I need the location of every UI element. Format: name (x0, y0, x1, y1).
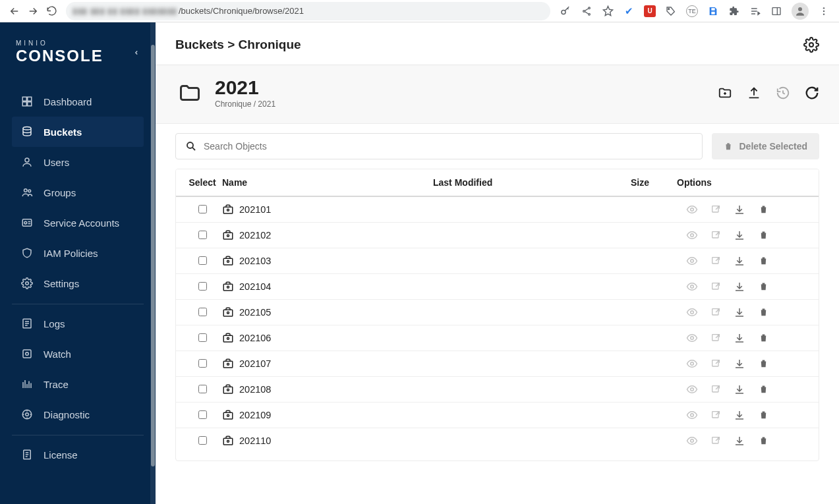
table-row[interactable]: 202103 (176, 248, 819, 274)
delete-row-icon[interactable] (757, 306, 769, 318)
svg-rect-57 (223, 387, 233, 393)
table-row[interactable]: 202104 (176, 274, 819, 300)
table-row[interactable]: 202106 (176, 325, 819, 351)
download-icon[interactable] (734, 281, 745, 293)
table-row[interactable]: 202109 (176, 403, 819, 428)
sidebar-scrollbar-thumb[interactable] (151, 45, 155, 466)
row-checkbox[interactable] (198, 359, 207, 368)
refresh-button[interactable] (805, 86, 819, 100)
delete-row-icon[interactable] (757, 281, 769, 293)
row-checkbox[interactable] (198, 205, 207, 213)
key-icon[interactable] (560, 5, 571, 17)
svg-point-28 (187, 142, 193, 148)
table-row[interactable]: 202101 (176, 197, 819, 223)
download-icon[interactable] (734, 229, 745, 241)
sidebar-item-watch[interactable]: Watch (12, 339, 144, 369)
row-name-cell[interactable]: 202108 (222, 383, 433, 395)
row-checkbox[interactable] (198, 308, 207, 316)
breadcrumb[interactable]: Buckets > Chronique (175, 38, 301, 52)
delete-row-icon[interactable] (757, 332, 769, 344)
sidebar-item-license[interactable]: License (12, 439, 144, 470)
table-row[interactable]: 202105 (176, 300, 819, 325)
search-objects-box[interactable] (175, 133, 703, 159)
delete-row-icon[interactable] (757, 409, 769, 421)
svg-point-62 (227, 414, 229, 416)
delete-row-icon[interactable] (757, 204, 769, 215)
download-icon[interactable] (734, 383, 745, 395)
row-checkbox[interactable] (198, 231, 207, 239)
profile-avatar[interactable] (792, 3, 809, 20)
kebab-menu-icon[interactable] (818, 5, 830, 17)
row-name-cell[interactable]: 202103 (222, 255, 433, 267)
download-icon[interactable] (734, 332, 745, 344)
sidebar-collapse-button[interactable] (133, 49, 140, 56)
back-button[interactable] (5, 2, 24, 20)
sidebar-item-trace[interactable]: Trace (12, 369, 144, 399)
row-checkbox[interactable] (198, 282, 207, 291)
row-checkbox[interactable] (198, 436, 207, 445)
delete-row-icon[interactable] (757, 358, 769, 370)
delete-row-icon[interactable] (757, 435, 769, 447)
tag-icon[interactable] (665, 5, 677, 17)
table-row[interactable]: 202110 (176, 428, 819, 453)
row-checkbox[interactable] (198, 256, 207, 265)
playlist-icon[interactable] (749, 5, 761, 17)
sidebar-item-groups[interactable]: Groups (12, 177, 144, 208)
row-checkbox[interactable] (198, 410, 207, 419)
row-name-cell[interactable]: 202109 (222, 409, 433, 421)
sidebar-item-iam-policies[interactable]: IAM Policies (12, 238, 144, 268)
sidebar-item-service-accounts[interactable]: Service Accounts (12, 208, 144, 238)
table-row[interactable]: 202107 (176, 351, 819, 377)
delete-row-icon[interactable] (757, 255, 769, 267)
row-name-cell[interactable]: 202105 (222, 306, 433, 318)
sidebar-item-users[interactable]: Users (12, 147, 144, 177)
ublock-icon[interactable]: U (644, 5, 656, 17)
download-icon[interactable] (734, 409, 745, 421)
download-icon[interactable] (734, 358, 745, 370)
panel-icon[interactable] (770, 5, 782, 17)
row-checkbox[interactable] (198, 333, 207, 342)
row-checkbox[interactable] (198, 385, 207, 393)
star-icon[interactable] (602, 5, 614, 17)
svg-rect-11 (28, 97, 32, 101)
download-icon[interactable] (734, 306, 745, 318)
delete-selected-button[interactable]: Delete Selected (712, 133, 820, 159)
extension-v-icon[interactable]: ✔ (623, 5, 635, 17)
row-name-cell[interactable]: 202104 (222, 281, 433, 293)
address-bar[interactable]: ▮▮▮ ▮▮▮ ▮▮ ▮▮▮▮ ▮▮▮▮▮▮▮ /buckets/Chroniq… (66, 2, 550, 20)
extensions-puzzle-icon[interactable] (728, 5, 740, 17)
history-icon (776, 86, 790, 100)
col-modified[interactable]: Last Modified (433, 177, 631, 188)
sidebar-item-settings[interactable]: Settings (12, 268, 144, 298)
row-name-cell[interactable]: 202102 (222, 229, 433, 241)
row-name-cell[interactable]: 202101 (222, 204, 433, 215)
extension-te-icon[interactable]: TE (686, 5, 698, 17)
sidebar-item-buckets[interactable]: Buckets (12, 117, 144, 147)
sidebar-item-dashboard[interactable]: Dashboard (12, 86, 144, 117)
delete-row-icon[interactable] (757, 229, 769, 241)
col-size[interactable]: Size (631, 177, 677, 188)
col-name[interactable]: Name (222, 177, 433, 188)
history-button[interactable] (776, 86, 790, 100)
new-folder-button[interactable] (718, 86, 732, 100)
share-link-icon (710, 409, 722, 421)
preview-icon (686, 358, 698, 370)
table-row[interactable]: 202108 (176, 377, 819, 403)
save-icon[interactable] (707, 5, 719, 17)
search-input[interactable] (204, 141, 693, 152)
share-icon[interactable] (581, 5, 593, 17)
table-row[interactable]: 202102 (176, 223, 819, 248)
download-icon[interactable] (734, 435, 745, 447)
row-name-cell[interactable]: 202110 (222, 435, 433, 447)
row-name-cell[interactable]: 202107 (222, 358, 433, 370)
upload-button[interactable] (747, 86, 761, 100)
forward-button[interactable] (24, 2, 42, 20)
settings-gear-button[interactable] (803, 37, 819, 53)
delete-row-icon[interactable] (757, 383, 769, 395)
reload-button[interactable] (42, 2, 61, 20)
sidebar-item-logs[interactable]: Logs (12, 308, 144, 339)
download-icon[interactable] (734, 255, 745, 267)
sidebar-item-diagnostic[interactable]: Diagnostic (12, 399, 144, 430)
download-icon[interactable] (734, 204, 745, 215)
row-name-cell[interactable]: 202106 (222, 332, 433, 344)
